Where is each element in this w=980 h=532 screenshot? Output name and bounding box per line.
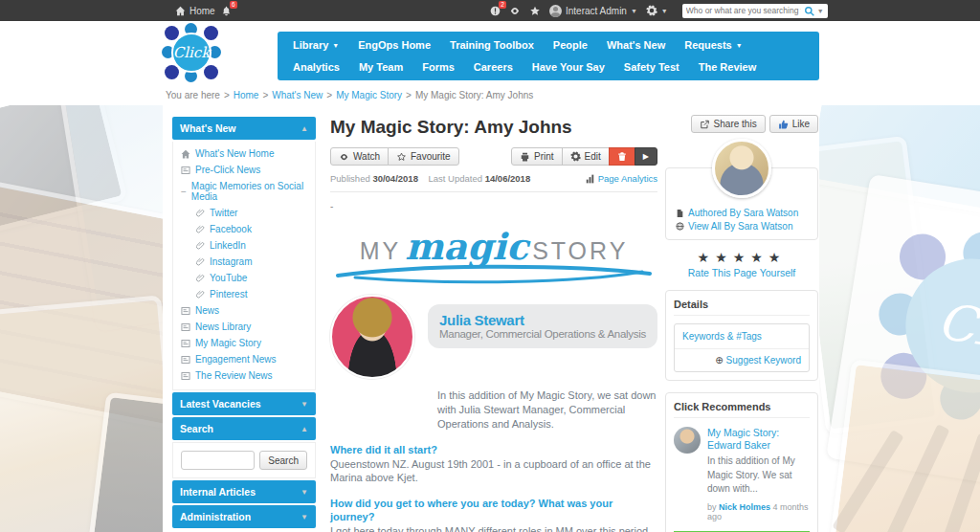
watched-content-button[interactable] bbox=[509, 6, 521, 16]
sidebar-search-input[interactable] bbox=[181, 451, 255, 470]
news-icon bbox=[181, 166, 190, 175]
sidebar-item-linkedin[interactable]: LinkedIn bbox=[173, 237, 315, 254]
top-utility-bar: Home 6 2 Interact Admin ▼ bbox=[0, 0, 980, 21]
suggest-keyword-link[interactable]: ⊕ Suggest Keyword bbox=[675, 349, 809, 371]
document-icon bbox=[676, 209, 684, 218]
watch-button[interactable]: Watch bbox=[330, 147, 389, 166]
interviewee-role: Manager, Commercial Operations & Analysi… bbox=[439, 328, 646, 341]
star-icon[interactable]: ★ bbox=[733, 250, 751, 265]
answer: Queenstown NZ. August 19th 2001 - in a c… bbox=[330, 457, 657, 485]
globe-icon bbox=[676, 222, 684, 231]
paperclip-icon bbox=[196, 290, 205, 299]
user-avatar bbox=[549, 5, 562, 17]
next-page-button[interactable]: ▶ bbox=[635, 147, 657, 166]
intranet-page: Cli Home 6 2 bbox=[0, 0, 980, 532]
sidebar-item-my-magic-story[interactable]: My Magic Story bbox=[173, 335, 315, 351]
sidebar-header-internal-articles[interactable]: Internal Articles ▼ bbox=[172, 480, 316, 503]
sidebar-item-pre-click-news[interactable]: Pre-Click News bbox=[173, 162, 315, 178]
page-analytics-link[interactable]: Page Analytics bbox=[585, 173, 657, 184]
nav-engops-home[interactable]: EngOps Home bbox=[348, 34, 440, 55]
nav-analytics[interactable]: Analytics bbox=[283, 56, 349, 78]
eye-icon bbox=[339, 152, 349, 162]
nav-my-team[interactable]: My Team bbox=[349, 56, 412, 78]
keywords-tags-link[interactable]: Keywords & #Tags bbox=[675, 324, 809, 349]
updated-label: Last Updated bbox=[428, 173, 482, 184]
rate-page-link[interactable]: Rate This Page Yourself bbox=[688, 267, 795, 278]
sidebar-header-latest-vacancies[interactable]: Latest Vacancies ▼ bbox=[172, 392, 316, 415]
star-icon[interactable]: ★ bbox=[698, 250, 716, 265]
star-icon[interactable]: ★ bbox=[750, 250, 768, 265]
nav-requests[interactable]: Requests▼ bbox=[675, 34, 751, 55]
share-icon bbox=[700, 120, 710, 129]
breadcrumb-separator: > bbox=[262, 90, 268, 100]
sidebar-item-instagram[interactable]: Instagram bbox=[173, 254, 315, 270]
sidebar-item-news[interactable]: News bbox=[173, 302, 315, 319]
user-name: Interact Admin bbox=[566, 6, 627, 16]
favourite-button[interactable]: Favourite bbox=[388, 147, 459, 166]
recommended-title-link[interactable]: My Magic Story: Edward Baker bbox=[707, 427, 810, 452]
chevron-down-icon[interactable]: ▼ bbox=[817, 8, 824, 14]
nav-the-review[interactable]: The Review bbox=[689, 56, 767, 78]
sidebar-item-youtube[interactable]: YouTube bbox=[173, 270, 315, 286]
home-label: Home bbox=[189, 6, 215, 16]
print-button[interactable]: Print bbox=[511, 147, 563, 166]
global-search-input[interactable] bbox=[686, 6, 801, 15]
sidebar-search-button[interactable]: Search bbox=[259, 451, 307, 470]
breadcrumb-whats-new[interactable]: What's New bbox=[272, 90, 323, 100]
sidebar-item-pinterest[interactable]: Pinterest bbox=[173, 286, 315, 302]
nav-have-your-say[interactable]: Have Your Say bbox=[523, 56, 614, 78]
sidebar-item-facebook[interactable]: Facebook bbox=[173, 221, 315, 237]
chevron-down-icon: ▼ bbox=[301, 488, 308, 497]
breadcrumb-current: My Magic Story: Amy Johns bbox=[415, 90, 533, 100]
breadcrumb-my-magic-story[interactable]: My Magic Story bbox=[336, 90, 402, 100]
recommends-title: Click Recommends bbox=[674, 401, 810, 418]
bell-badge: 6 bbox=[230, 1, 237, 9]
star-icon[interactable]: ★ bbox=[768, 250, 787, 265]
nav-people[interactable]: People bbox=[544, 34, 597, 55]
sidebar-item-magic-memories-social[interactable]: − Magic Memories on Social Media bbox=[173, 178, 315, 205]
settings-menu[interactable]: ▼ bbox=[646, 5, 668, 16]
nav-whats-new[interactable]: What's New bbox=[597, 34, 675, 55]
favourites-button[interactable] bbox=[529, 6, 541, 16]
paperclip-icon bbox=[196, 225, 205, 233]
rating-stars[interactable]: ★★★★★ bbox=[665, 250, 818, 265]
nav-library[interactable]: Library▼ bbox=[283, 34, 348, 55]
nav-training-toolbox[interactable]: Training Toolbox bbox=[440, 34, 544, 55]
sidebar-item-twitter[interactable]: Twitter bbox=[173, 205, 315, 221]
sidebar-item-news-library[interactable]: News Library bbox=[173, 319, 315, 335]
alerts-button[interactable]: 2 bbox=[490, 6, 501, 16]
details-panel: Details Keywords & #Tags ⊕ Suggest Keywo… bbox=[665, 290, 818, 381]
breadcrumb-home[interactable]: Home bbox=[234, 90, 259, 100]
paperclip-icon bbox=[196, 209, 205, 217]
logo-text: Click bbox=[171, 33, 212, 73]
home-link[interactable]: Home bbox=[175, 6, 215, 16]
sidebar-item-whats-new-home[interactable]: What's New Home bbox=[173, 145, 315, 162]
edit-button[interactable]: Edit bbox=[562, 147, 610, 166]
recommended-author-link[interactable]: Nick Holmes bbox=[719, 502, 770, 512]
sidebar-header-search[interactable]: Search ▲ bbox=[172, 417, 316, 440]
nav-safety-test[interactable]: Safety Test bbox=[614, 56, 689, 78]
recommended-item[interactable]: My Magic Story: Edward Baker In this add… bbox=[674, 427, 810, 521]
content-page: What's New ▲ What's New Home Pre-Click N… bbox=[163, 105, 819, 532]
like-button[interactable]: Like bbox=[769, 115, 818, 133]
delete-button[interactable] bbox=[609, 147, 635, 166]
star-icon[interactable]: ★ bbox=[715, 250, 733, 265]
sidebar-header-administration[interactable]: Administration ▼ bbox=[172, 505, 316, 528]
alert-badge: 2 bbox=[499, 1, 506, 9]
author-avatar[interactable] bbox=[712, 139, 771, 198]
chevron-down-icon: ▼ bbox=[736, 42, 743, 49]
notifications-bell[interactable]: 6 bbox=[221, 6, 232, 16]
nav-careers[interactable]: Careers bbox=[464, 56, 523, 78]
sidebar-header-whats-new[interactable]: What's New ▲ bbox=[172, 117, 316, 140]
authored-by-link[interactable]: Authored By Sara Watson bbox=[676, 208, 808, 218]
nav-forms[interactable]: Forms bbox=[412, 56, 464, 78]
search-icon[interactable] bbox=[804, 6, 814, 16]
click-logo[interactable]: Click bbox=[163, 24, 220, 81]
share-button[interactable]: Share this bbox=[691, 115, 766, 133]
view-all-by-link[interactable]: View All By Sara Watson bbox=[676, 221, 808, 232]
sidebar-item-engagement-news[interactable]: Engagement News bbox=[173, 351, 315, 367]
click-recommends-panel: Click Recommends My Magic Story: Edward … bbox=[665, 392, 818, 532]
sidebar-item-the-review-news[interactable]: The Review News bbox=[173, 367, 315, 384]
news-icon bbox=[181, 322, 190, 332]
user-menu[interactable]: Interact Admin ▼ bbox=[549, 5, 637, 17]
